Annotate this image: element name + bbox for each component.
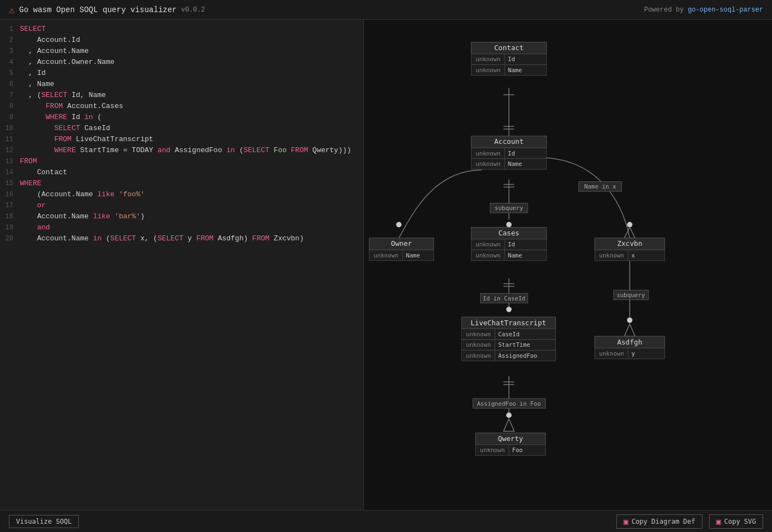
footer-left: Visualize SOQL	[9, 515, 79, 528]
svg-text:AssignedFoo in Foo: AssignedFoo in Foo	[477, 400, 541, 407]
line-number: 9	[0, 114, 20, 121]
svg-text:unknown: unknown	[466, 352, 491, 359]
line-content: , Account.Name	[20, 47, 363, 55]
copy-svg-button[interactable]: ▣ Copy SVG	[709, 514, 763, 529]
code-line: 7 , (SELECT Id, Name	[0, 90, 363, 101]
footer-right: ▣ Copy Diagram Def ▣ Copy SVG	[616, 514, 763, 529]
visualize-soql-button[interactable]: Visualize SOQL	[9, 515, 79, 528]
svg-text:subquery: subquery	[616, 292, 645, 299]
svg-text:Name: Name	[406, 252, 420, 259]
line-number: 17	[0, 202, 20, 209]
line-content: Account.Name in (SELECT x, (SELECT y FRO…	[20, 234, 363, 243]
line-number: 7	[0, 92, 20, 99]
app-header: ⚠ Go wasm Open SOQL query visualizer v0.…	[0, 0, 772, 20]
svg-text:Qwerty: Qwerty	[498, 434, 523, 443]
code-line: 13FROM	[0, 157, 363, 168]
node-asdfgh: Asdfgh unknown y	[595, 336, 665, 359]
line-content: Account.Id	[20, 36, 363, 44]
line-number: 15	[0, 180, 20, 187]
line-content: and	[20, 223, 363, 232]
line-number: 5	[0, 69, 20, 77]
code-line: 8 FROM Account.Cases	[0, 101, 363, 112]
svg-text:Name in x: Name in x	[584, 183, 616, 190]
line-content: , (SELECT Id, Name	[20, 91, 363, 99]
line-content: , Name	[20, 80, 363, 88]
footer: Visualize SOQL ▣ Copy Diagram Def ▣ Copy…	[0, 510, 772, 532]
header-right: Powered by go-open-soql-parser	[644, 6, 763, 14]
code-line: 18 Account.Name like 'bar%')	[0, 212, 363, 223]
diagram-svg: subquery Name in x Id in CaseId subquery	[364, 20, 772, 510]
code-line: 16 (Account.Name like 'foo%'	[0, 190, 363, 201]
node-zxcvbn: Zxcvbn unknown x	[595, 238, 665, 261]
code-line: 2 Account.Id	[0, 35, 363, 46]
header-left: ⚠ Go wasm Open SOQL query visualizer v0.…	[9, 4, 205, 16]
svg-text:unknown: unknown	[476, 252, 501, 259]
line-content: FROM Account.Cases	[20, 102, 363, 110]
line-content: WHERE StartTime = TODAY and AssignedFoo …	[20, 146, 363, 154]
node-owner: Owner unknown Name	[369, 238, 434, 261]
line-content: WHERE	[20, 179, 363, 187]
node-qwerty: Qwerty unknown Foo	[476, 433, 546, 455]
copy-diagram-label: Copy Diagram Def	[631, 518, 695, 525]
node-cases: Cases unknown Id unknown Name	[471, 227, 546, 260]
code-line: 15WHERE	[0, 179, 363, 190]
svg-point-11	[506, 222, 512, 228]
line-number: 12	[0, 147, 20, 154]
line-number: 4	[0, 58, 20, 66]
line-content: , Id	[20, 69, 363, 77]
svg-marker-33	[503, 419, 514, 431]
node-contact: Contact unknown Id unknown Name	[471, 42, 546, 75]
copy-svg-icon: ▣	[716, 517, 721, 526]
diagram-panel: subquery Name in x Id in CaseId subquery	[364, 20, 772, 510]
parser-link[interactable]: go-open-soql-parser	[688, 6, 763, 14]
svg-text:Id in CaseId: Id in CaseId	[482, 295, 525, 302]
node-account: Account unknown Id unknown Name	[471, 136, 546, 169]
code-panel[interactable]: 1SELECT2 Account.Id3 , Account.Name4 , A…	[0, 20, 364, 510]
code-line: 4 , Account.Owner.Name	[0, 57, 363, 68]
code-line: 9 WHERE Id in (	[0, 112, 363, 123]
svg-text:Zxcvbn: Zxcvbn	[617, 239, 642, 248]
svg-text:y: y	[631, 350, 635, 357]
svg-text:Contact: Contact	[494, 44, 523, 52]
line-number: 8	[0, 103, 20, 110]
svg-text:unknown: unknown	[476, 241, 501, 248]
line-content: SELECT CaseId	[20, 124, 363, 132]
code-line: 3 , Account.Name	[0, 46, 363, 57]
line-content: WHERE Id in (	[20, 113, 363, 121]
line-number: 1	[0, 25, 20, 33]
svg-text:Foo: Foo	[512, 447, 523, 454]
code-line: 6 , Name	[0, 79, 363, 90]
line-number: 14	[0, 169, 20, 176]
app-title: Go wasm Open SOQL query visualizer	[19, 6, 177, 14]
line-number: 13	[0, 158, 20, 165]
line-number: 2	[0, 36, 20, 44]
line-number: 20	[0, 235, 20, 243]
svg-point-5	[396, 222, 401, 228]
svg-text:Id: Id	[508, 56, 515, 63]
line-content: Account.Name like 'bar%')	[20, 212, 363, 221]
svg-text:LiveChatTranscript: LiveChatTranscript	[470, 319, 546, 327]
svg-text:unknown: unknown	[466, 341, 491, 348]
svg-text:Id: Id	[508, 241, 515, 248]
svg-text:unknown: unknown	[466, 331, 491, 338]
line-number: 11	[0, 136, 20, 143]
line-content: , Account.Owner.Name	[20, 58, 363, 66]
svg-point-21	[506, 307, 512, 312]
svg-text:Account: Account	[494, 137, 523, 146]
line-content: or	[20, 201, 363, 209]
svg-text:unknown: unknown	[599, 252, 624, 259]
svg-text:Name: Name	[508, 67, 522, 74]
svg-text:StartTime: StartTime	[498, 341, 530, 348]
code-line: 17 or	[0, 201, 363, 212]
svg-text:x: x	[631, 252, 635, 259]
svg-point-32	[506, 412, 512, 418]
code-line: 10 SELECT CaseId	[0, 123, 363, 135]
copy-diagram-button[interactable]: ▣ Copy Diagram Def	[616, 514, 703, 529]
node-livechat: LiveChatTranscript unknown CaseId unknow…	[462, 317, 555, 361]
line-content: FROM	[20, 157, 363, 165]
app-version: v0.0.2	[181, 6, 205, 14]
powered-by-text: Powered by	[644, 6, 688, 14]
svg-text:unknown: unknown	[599, 350, 624, 357]
svg-text:Name: Name	[508, 252, 522, 259]
svg-text:unknown: unknown	[476, 67, 501, 74]
